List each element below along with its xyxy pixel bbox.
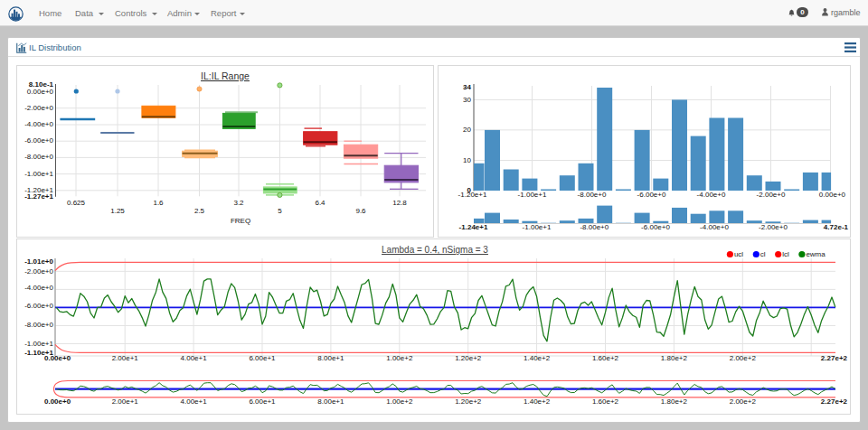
svg-text:ewma: ewma xyxy=(806,250,826,258)
svg-text:1.40e+2: 1.40e+2 xyxy=(524,354,551,362)
svg-text:-2.00e+0: -2.00e+0 xyxy=(757,191,786,199)
svg-text:8.00e+1: 8.00e+1 xyxy=(317,354,344,362)
svg-text:-8.00e+0: -8.00e+0 xyxy=(578,191,607,199)
svg-text:-2.00e+0: -2.00e+0 xyxy=(24,267,53,276)
svg-text:-8.00e+0: -8.00e+0 xyxy=(24,321,53,329)
svg-text:-1.00e+1: -1.00e+1 xyxy=(523,223,552,231)
svg-text:-4.00e+0: -4.00e+0 xyxy=(24,284,53,292)
svg-text:0.00e+0: 0.00e+0 xyxy=(44,397,71,406)
svg-text:-6.00e+0: -6.00e+0 xyxy=(24,302,53,310)
svg-text:30: 30 xyxy=(463,96,471,104)
svg-text:6.00e+1: 6.00e+1 xyxy=(249,397,276,406)
svg-text:1.00e+2: 1.00e+2 xyxy=(386,397,413,406)
svg-text:-2.00e+0: -2.00e+0 xyxy=(759,223,788,231)
svg-text:34: 34 xyxy=(463,83,471,91)
svg-text:1.00e+2: 1.00e+2 xyxy=(386,354,413,362)
svg-text:-4.00e+0: -4.00e+0 xyxy=(700,223,729,231)
svg-text:-6.00e+0: -6.00e+0 xyxy=(641,223,670,231)
svg-text:1.25: 1.25 xyxy=(110,207,125,215)
svg-text:-1.24e+1: -1.24e+1 xyxy=(459,223,488,231)
svg-text:lcl: lcl xyxy=(782,250,789,258)
svg-text:9.6: 9.6 xyxy=(355,207,366,215)
svg-text:4.00e+1: 4.00e+1 xyxy=(181,397,208,406)
svg-text:20: 20 xyxy=(463,126,471,134)
svg-text:2.00e+2: 2.00e+2 xyxy=(730,397,757,406)
svg-text:FREQ: FREQ xyxy=(231,217,250,225)
svg-text:cl: cl xyxy=(760,250,766,258)
svg-text:-1.00e+1: -1.00e+1 xyxy=(518,191,547,199)
svg-text:-1.20e+1: -1.20e+1 xyxy=(458,191,487,199)
svg-text:1.20e+2: 1.20e+2 xyxy=(455,354,482,362)
svg-text:-2.00e+0: -2.00e+0 xyxy=(24,104,53,112)
svg-text:-1.00e+1: -1.00e+1 xyxy=(24,340,53,348)
svg-text:2.27e+2: 2.27e+2 xyxy=(821,397,848,406)
svg-text:IL:IL Range: IL:IL Range xyxy=(201,70,250,81)
svg-text:4.00e+1: 4.00e+1 xyxy=(181,354,208,362)
svg-text:1.20e+2: 1.20e+2 xyxy=(455,397,482,406)
svg-text:-8.00e+0: -8.00e+0 xyxy=(580,223,609,231)
svg-text:-1.00e+1: -1.00e+1 xyxy=(24,170,53,178)
svg-text:2.00e+1: 2.00e+1 xyxy=(112,397,139,406)
svg-text:0.00e+0: 0.00e+0 xyxy=(44,354,71,362)
svg-text:0.00e+0: 0.00e+0 xyxy=(819,191,846,199)
svg-text:ucl: ucl xyxy=(734,250,743,258)
svg-text:4.72e-1: 4.72e-1 xyxy=(824,223,849,231)
svg-text:-4.00e+0: -4.00e+0 xyxy=(24,120,53,128)
svg-text:8.00e+1: 8.00e+1 xyxy=(317,397,344,406)
svg-text:2.27e+2: 2.27e+2 xyxy=(821,354,848,362)
svg-text:10: 10 xyxy=(463,156,471,164)
svg-text:3.2: 3.2 xyxy=(233,199,244,207)
svg-text:12.8: 12.8 xyxy=(392,199,407,207)
svg-text:-6.00e+0: -6.00e+0 xyxy=(637,191,666,199)
svg-text:Lambda = 0.4, nSigma = 3: Lambda = 0.4, nSigma = 3 xyxy=(382,245,488,255)
svg-text:-4.00e+0: -4.00e+0 xyxy=(697,191,726,199)
svg-text:1.60e+2: 1.60e+2 xyxy=(592,354,619,362)
svg-text:2.00e+2: 2.00e+2 xyxy=(730,354,757,362)
svg-text:-1.01e+0: -1.01e+0 xyxy=(24,257,53,266)
svg-text:2.5: 2.5 xyxy=(194,207,205,215)
svg-text:-6.00e+0: -6.00e+0 xyxy=(24,136,53,145)
svg-text:1.60e+2: 1.60e+2 xyxy=(592,397,619,406)
svg-text:-8.00e+0: -8.00e+0 xyxy=(24,153,53,161)
svg-text:-1.27e+1: -1.27e+1 xyxy=(24,192,53,201)
svg-text:6.00e+1: 6.00e+1 xyxy=(249,354,276,362)
svg-text:2.00e+1: 2.00e+1 xyxy=(112,354,139,362)
svg-text:1.40e+2: 1.40e+2 xyxy=(524,397,551,406)
svg-text:5: 5 xyxy=(278,207,282,215)
svg-text:0.625: 0.625 xyxy=(67,199,86,207)
svg-text:6.4: 6.4 xyxy=(315,199,326,207)
svg-text:1.80e+2: 1.80e+2 xyxy=(661,354,688,362)
svg-text:1.6: 1.6 xyxy=(153,199,164,207)
svg-text:1.80e+2: 1.80e+2 xyxy=(661,397,688,406)
svg-text:0.00e+0: 0.00e+0 xyxy=(27,88,54,96)
